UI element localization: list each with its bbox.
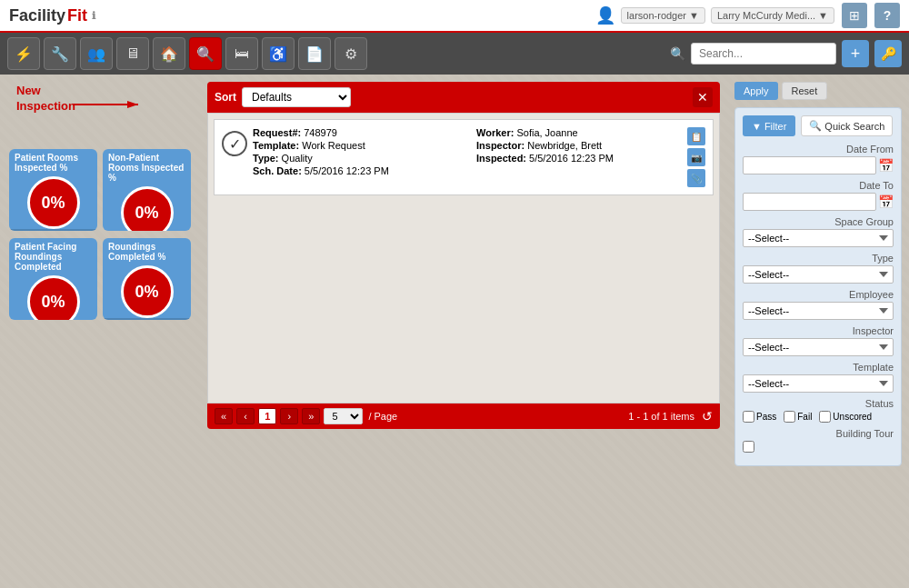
user-avatar-icon: 👤 (595, 5, 615, 25)
status-unscored-checkbox[interactable] (819, 411, 831, 423)
user-dropdown[interactable]: larson-rodger ▼ (621, 7, 705, 24)
facility-name: Larry McCurdy Medi... (717, 10, 815, 21)
bed-tool-btn[interactable]: 🛏 (225, 37, 258, 70)
item-attachment-btn[interactable]: 📎 (687, 169, 705, 187)
header: FacilityFit ℹ 👤 larson-rodger ▼ Larry Mc… (0, 0, 909, 33)
user-name: larson-rodger (627, 10, 686, 21)
date-to-input[interactable] (743, 193, 876, 211)
inspector-select[interactable]: --Select-- (743, 338, 894, 356)
building-tour-field: Building Tour (743, 428, 894, 453)
employee-select[interactable]: --Select-- (743, 302, 894, 320)
page-refresh-btn[interactable]: ↺ (702, 409, 713, 424)
stat-cards-row-1: Patient Rooms Inspected % 0% Current Mon… (9, 149, 191, 231)
logo-facility: Facility (9, 6, 65, 25)
next-page-btn[interactable]: › (280, 408, 298, 424)
date-from-input[interactable] (743, 156, 876, 174)
quick-search-icon: 🔍 (809, 120, 822, 132)
right-panel: Apply Reset ▼ Filter 🔍 Quick Search Date… (727, 75, 909, 588)
type-select[interactable]: --Select-- (743, 265, 894, 284)
facility-dropdown[interactable]: Larry McCurdy Medi... ▼ (711, 7, 834, 24)
document-tool-btn[interactable]: 📄 (298, 37, 331, 70)
status-pass-checkbox[interactable] (743, 411, 754, 423)
info-icon: ℹ (92, 10, 95, 22)
apply-reset-bar: Apply Reset (734, 82, 902, 100)
template-value: Work Request (302, 140, 365, 151)
toolbar-search-input[interactable] (691, 43, 836, 65)
current-page-btn[interactable]: 1 (258, 408, 276, 424)
request-label: Request#: (253, 127, 301, 138)
building-tour-cb[interactable] (743, 441, 894, 453)
people-tool-btn[interactable]: 👥 (80, 37, 113, 70)
stat-card-0: Patient Rooms Inspected % 0% Current Mon… (9, 149, 97, 231)
inspection-checkbox[interactable]: ✓ (222, 131, 247, 156)
template-label: Template: (253, 140, 299, 151)
sort-select[interactable]: Defaults Date Worker Inspector (242, 87, 351, 107)
status-fail-checkbox[interactable] (784, 411, 795, 423)
first-page-btn[interactable]: « (215, 408, 233, 424)
space-group-field: Space Group --Select-- (743, 216, 894, 247)
center-panel: Sort Defaults Date Worker Inspector ✕ ✓ … (200, 75, 727, 588)
facility-dropdown-arrow: ▼ (818, 10, 828, 21)
gear-tool-btn[interactable]: ⚙ (335, 37, 367, 70)
filter-panel: ▼ Filter 🔍 Quick Search Date From 📅 Date… (734, 107, 902, 466)
worker-value: Sofia, Joanne (516, 127, 577, 138)
stat-card-3-footer: Last 3 Months (103, 318, 191, 320)
inspection-left: Request#: 748979 Template: Work Request … (253, 127, 458, 178)
wheelchair-tool-btn[interactable]: ♿ (262, 37, 295, 70)
template-select[interactable]: --Select-- (743, 374, 894, 393)
toolbar-add-btn[interactable]: + (842, 40, 869, 67)
employee-label: Employee (743, 289, 894, 300)
item-clipboard-btn[interactable]: 📋 (687, 127, 705, 145)
help-icon-btn[interactable]: ? (874, 3, 900, 28)
status-pass-cb[interactable]: Pass (743, 411, 776, 423)
status-label: Status (743, 398, 894, 409)
inspector-filter-label: Inspector (743, 325, 894, 336)
inspection-item-icons: 📋 📷 📎 (687, 127, 705, 187)
stat-card-3: Roundings Completed % 0% Last 3 Months (103, 238, 191, 320)
search-tool-btn[interactable]: 🔍 (189, 37, 222, 70)
building-tour-checkbox[interactable] (743, 441, 754, 453)
wrench-tool-btn[interactable]: 🔧 (44, 37, 76, 70)
field-inspector: Inspector: Newbridge, Brett (476, 140, 682, 151)
quick-search-label: Quick Search (824, 121, 884, 132)
filter-btn[interactable]: ▼ Filter (743, 115, 795, 136)
worker-label: Worker: (476, 127, 514, 138)
status-row: Pass Fail Unscored (743, 411, 894, 423)
template-field: Template --Select-- (743, 362, 894, 393)
flash-tool-btn[interactable]: ⚡ (7, 37, 40, 70)
last-page-btn[interactable]: » (302, 408, 320, 424)
sch-date-label: Sch. Date: (253, 165, 302, 176)
quick-search-btn[interactable]: 🔍 Quick Search (801, 115, 893, 136)
user-info: 👤 larson-rodger ▼ Larry McCurdy Medi... … (595, 5, 834, 25)
stat-card-3-header: Roundings Completed % (103, 238, 191, 265)
sort-bar: Sort Defaults Date Worker Inspector ✕ (207, 82, 720, 113)
sort-close-btn[interactable]: ✕ (693, 87, 713, 107)
home-tool-btn[interactable]: 🏠 (153, 37, 185, 70)
reset-btn[interactable]: Reset (782, 82, 828, 100)
item-camera-btn[interactable]: 📷 (687, 148, 705, 166)
per-page-select[interactable]: 5 10 25 (324, 408, 363, 424)
space-group-select[interactable]: --Select-- (743, 229, 894, 247)
building-tour-label: Building Tour (743, 428, 894, 439)
apply-btn[interactable]: Apply (734, 82, 778, 100)
status-unscored-cb[interactable]: Unscored (819, 411, 872, 423)
date-to-calendar-icon[interactable]: 📅 (878, 194, 894, 209)
date-from-calendar-icon[interactable]: 📅 (878, 158, 894, 173)
new-inspection-label: NewInspection (16, 84, 75, 115)
inspector-label: Inspector: (476, 140, 524, 151)
status-fail-cb[interactable]: Fail (784, 411, 812, 423)
stat-card-3-value: 0% (121, 265, 174, 318)
monitor-tool-btn[interactable]: 🖥 (116, 37, 149, 70)
field-worker: Worker: Sofia, Joanne (476, 127, 682, 138)
new-inspection-annotation: NewInspection (9, 84, 191, 138)
prev-page-btn[interactable]: ‹ (236, 408, 255, 424)
inspection-details: Request#: 748979 Template: Work Request … (253, 127, 682, 178)
toolbar-key-btn[interactable]: 🔑 (874, 40, 902, 67)
grid-icon-btn[interactable]: ⊞ (842, 3, 867, 28)
new-inspection-arrow (73, 91, 145, 118)
sort-label: Sort (215, 91, 236, 104)
type-filter-label: Type (743, 253, 894, 264)
user-dropdown-arrow: ▼ (689, 10, 699, 21)
inspector-value: Newbridge, Brett (527, 140, 602, 151)
type-value: Quality (282, 153, 313, 164)
